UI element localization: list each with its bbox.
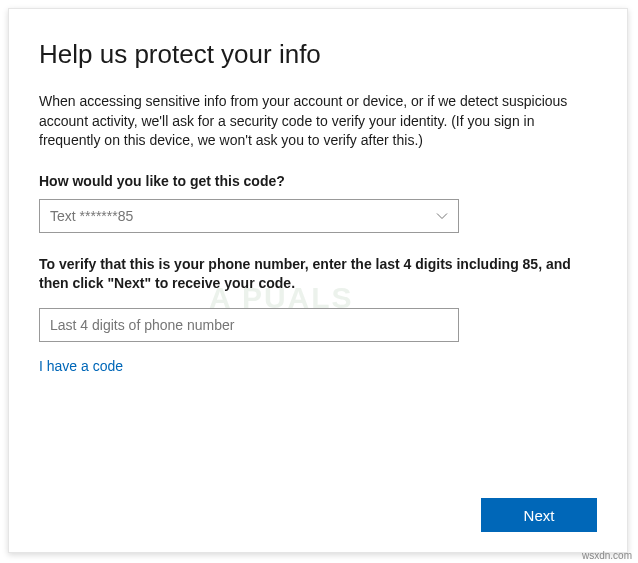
code-method-select[interactable]: Text *******85 [39,199,459,233]
verify-identity-dialog: Help us protect your info When accessing… [8,8,628,553]
dialog-footer: Next [39,498,597,532]
method-label: How would you like to get this code? [39,173,597,189]
have-code-link[interactable]: I have a code [39,358,123,374]
dialog-title: Help us protect your info [39,39,597,70]
code-method-selected: Text *******85 [50,208,133,224]
spacer [39,374,597,498]
verify-instruction: To verify that this is your phone number… [39,255,597,294]
chevron-down-icon [436,210,448,222]
next-button[interactable]: Next [481,498,597,532]
last-4-digits-input[interactable] [39,308,459,342]
attribution-text: wsxdn.com [582,550,632,561]
dialog-description: When accessing sensitive info from your … [39,92,597,151]
